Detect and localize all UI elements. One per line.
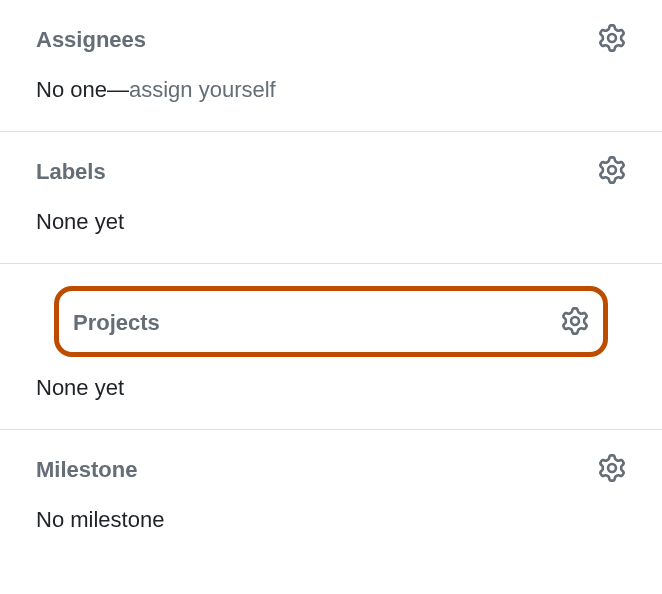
projects-empty-text: None yet — [36, 375, 124, 400]
projects-settings-button[interactable] — [561, 307, 589, 338]
milestone-title: Milestone — [36, 457, 137, 483]
assignees-title: Assignees — [36, 27, 146, 53]
labels-section: Labels None yet — [0, 132, 662, 264]
milestone-body: No milestone — [36, 507, 626, 533]
gear-icon — [598, 24, 626, 55]
milestone-settings-button[interactable] — [598, 454, 626, 485]
issue-sidebar: Assignees No one—assign yourself Labels … — [0, 0, 662, 561]
assignees-body: No one—assign yourself — [36, 77, 626, 103]
projects-highlight: Projects — [54, 286, 608, 357]
labels-body: None yet — [36, 209, 626, 235]
labels-title: Labels — [36, 159, 106, 185]
gear-icon — [598, 454, 626, 485]
assignees-section: Assignees No one—assign yourself — [0, 0, 662, 132]
projects-section: Projects None yet — [0, 264, 662, 430]
gear-icon — [561, 307, 589, 338]
assign-yourself-link[interactable]: assign yourself — [129, 77, 276, 102]
labels-empty-text: None yet — [36, 209, 124, 234]
milestone-empty-text: No milestone — [36, 507, 164, 532]
projects-body: None yet — [36, 357, 626, 401]
assignees-empty-text: No one— — [36, 77, 129, 102]
milestone-header: Milestone — [36, 454, 626, 485]
assignees-settings-button[interactable] — [598, 24, 626, 55]
milestone-section: Milestone No milestone — [0, 430, 662, 561]
labels-settings-button[interactable] — [598, 156, 626, 187]
assignees-header: Assignees — [36, 24, 626, 55]
gear-icon — [598, 156, 626, 187]
projects-title: Projects — [73, 310, 160, 336]
labels-header: Labels — [36, 156, 626, 187]
